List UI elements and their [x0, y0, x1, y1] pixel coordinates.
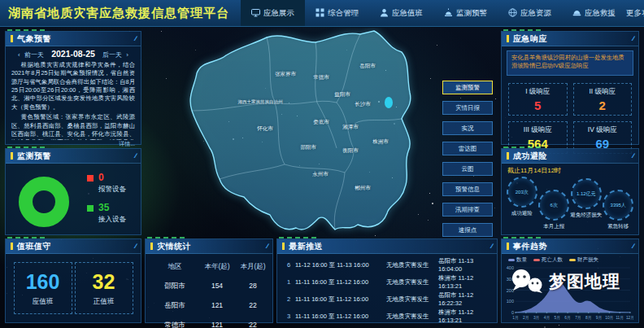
map-region-label[interactable]: 株洲市: [372, 138, 389, 146]
map-region-label[interactable]: 永州市: [312, 171, 329, 178]
accent-bar: [507, 35, 509, 42]
stats-header-cell: 地区: [152, 262, 198, 272]
map-button-预警信息[interactable]: 预警信息: [442, 182, 493, 196]
svg-text:7月: 7月: [575, 316, 581, 321]
push-time: 11-11 16:00 至 11-12 16:00: [295, 313, 386, 321]
prev-arrow-icon[interactable]: ‹: [18, 51, 20, 59]
legend-marker: [533, 259, 540, 261]
stats-row[interactable]: 邵阳市15428: [152, 277, 266, 296]
province-map[interactable]: 张家界市常德市岳阳市湘西土家族苗族自治州益阳市长沙市怀化市娄底市湘潭市株洲市邵阳…: [145, 28, 437, 241]
panel-header: 灾情统计 ∕∕: [146, 239, 272, 254]
push-row[interactable]: 211-11 16:00 至 11-12 16:00无地质灾害发生岳阳市 11-…: [282, 291, 492, 308]
avoidance-gauges: 203次成功避险6次本月上报1.12亿元避免经济损失3395人紧急转移: [502, 175, 638, 230]
star-decoration: [495, 98, 496, 99]
nav-item-应急展示[interactable]: 应急展示: [241, 0, 305, 26]
legend-item[interactable]: 数量: [508, 256, 527, 264]
push-idx: 2: [282, 295, 295, 303]
latest-push-panel: 最新推送 ∕∕ 611-12 16:00 至 11-13 16:00无地质灾害发…: [276, 238, 498, 323]
map-region-label[interactable]: 邵阳市: [300, 144, 316, 151]
panel-header: 成功避险 ∕∕: [502, 149, 638, 164]
nav-item-label: 应急展示: [263, 8, 294, 19]
svg-text:5月: 5月: [555, 316, 560, 321]
weather-paragraph: 根据地质灾害成灾规律和孕灾条件，结合2021年8月25日短期气象预报情况，省自然…: [11, 61, 135, 112]
stats-row[interactable]: 常德市12122: [152, 316, 266, 328]
legend-item[interactable]: 死亡人数: [533, 256, 563, 264]
map-region-label[interactable]: 娄底市: [313, 119, 329, 126]
expected-duty-label: 应值班: [33, 297, 54, 307]
panel-title: 成功避险: [513, 151, 547, 162]
panel-header: 监测预警 ∕∕: [6, 149, 141, 164]
svg-text:1月: 1月: [512, 316, 518, 321]
map-region-label[interactable]: 湘潭市: [342, 124, 359, 131]
svg-text:4月: 4月: [544, 316, 550, 321]
response-level-value: 5: [534, 98, 541, 112]
push-row[interactable]: 611-12 16:00 至 11-13 16:00无地质灾害发生岳阳市 11-…: [282, 256, 492, 273]
nav-item-应急救援[interactable]: 应急救援: [562, 0, 626, 26]
more-functions-menu[interactable]: 更多功能 ▼: [626, 8, 644, 19]
push-row[interactable]: 311-11 16:00 至 11-12 16:00无地质灾害发生株洲市 11-…: [282, 308, 492, 325]
nav-item-应急值班[interactable]: 应急值班: [369, 0, 433, 26]
map-button-监测预警[interactable]: 监测预警: [442, 81, 493, 94]
stats-header-cell: 本年(起): [198, 262, 237, 272]
bell-icon: [444, 8, 453, 19]
avoidance-gauge: 1.12亿元避免经济损失: [570, 178, 603, 230]
push-city: 株洲市 11-12 16:13:21: [438, 274, 492, 290]
trend-legend: 数量死亡人数财产损失: [502, 254, 638, 264]
map-button-速报点[interactable]: 速报点: [442, 223, 493, 237]
map-region-label[interactable]: 长沙市: [355, 101, 371, 108]
legend-label: 财产损失: [577, 256, 598, 264]
avoidance-gauge: 3395人紧急转移: [603, 190, 635, 230]
map-region-label[interactable]: 常德市: [313, 74, 329, 81]
header-right: 更多功能 ▼ 管理员 ▼: [626, 8, 644, 19]
user-icon: [380, 8, 389, 19]
legend-item[interactable]: 财产损失: [569, 256, 598, 264]
stats-row[interactable]: 岳阳市12122: [152, 296, 266, 316]
response-marquee[interactable]: 安化县羊角塘镇沙田村的山塘一处发生地质滑坡险情已启动IV级应急响应: [507, 50, 633, 76]
legend-alarm: 0 报警设备: [87, 172, 126, 195]
nav-item-综合管理[interactable]: 综合管理: [305, 0, 369, 26]
map-region-label[interactable]: 衡阳市: [342, 147, 359, 155]
map-button-实况[interactable]: 实况: [442, 121, 493, 135]
alarm-label: 报警设备: [98, 185, 126, 195]
map-region-label[interactable]: 湘西土家族苗族自治州: [238, 99, 283, 105]
svg-text:9月: 9月: [596, 316, 602, 321]
stats-cell: 常德市: [152, 321, 198, 328]
top-header: 湖南省地质灾害应急救援信息管理平台 应急展示综合管理应急值班监测预警应急资源应急…: [0, 0, 644, 27]
next-arrow-icon[interactable]: ›: [126, 51, 128, 59]
push-status: 无地质灾害发生: [386, 295, 438, 304]
avoidance-gauge: 6次本月上报: [538, 190, 571, 230]
push-city: 株洲市 11-12 16:13:21: [438, 308, 492, 324]
weather-warning-text: 根据地质灾害成灾规律和孕灾条件，结合2021年8月25日短期气象预报情况，省自然…: [6, 60, 141, 140]
panel-title: 灾情统计: [157, 241, 191, 252]
response-level-label: I 级响应: [525, 87, 550, 97]
map-button-汛期排查[interactable]: 汛期排查: [442, 203, 493, 216]
star-decoration: [559, 325, 559, 326]
nav-item-监测预警[interactable]: 监测预警: [433, 0, 498, 26]
map-button-灾情日报[interactable]: 灾情日报: [442, 101, 493, 115]
gauge-label: 本月上报: [538, 223, 571, 230]
panel-title: 应急响应: [513, 33, 547, 45]
corner-decoration-icon: ∕∕: [267, 243, 268, 250]
map-region-label[interactable]: 张家界市: [275, 71, 296, 78]
prev-day-button[interactable]: 前一天: [24, 51, 44, 59]
nav-item-应急资源[interactable]: 应急资源: [498, 0, 562, 26]
panel-header: 事件趋势 ∕∕: [502, 239, 638, 254]
svg-text:6月: 6月: [564, 316, 570, 321]
map-region-label[interactable]: 郴州市: [355, 185, 371, 192]
response-level-box: II 级响应2: [573, 83, 633, 116]
gauge-value: 1.12亿元: [571, 178, 602, 209]
watermark-text: 梦图地理: [549, 270, 620, 293]
monitoring-warning-panel: 监测预警 ∕∕ 0 报警设备 35 接入设备: [5, 148, 141, 235]
next-day-button[interactable]: 后一天: [102, 51, 122, 59]
response-level-label: II 级响应: [589, 87, 616, 97]
map-region-label[interactable]: 岳阳市: [359, 63, 376, 70]
push-row[interactable]: 111-11 16:00 至 11-12 16:00无地质灾害发生株洲市 11-…: [282, 273, 492, 291]
map-button-云图[interactable]: 云图: [442, 162, 493, 176]
svg-text:3月: 3月: [533, 316, 539, 321]
response-level-grid: I 级响应5II 级响应2III 级响应564IV 级响应69: [502, 80, 638, 157]
push-idx: 1: [282, 278, 295, 286]
map-button-雷达图[interactable]: 雷达图: [442, 142, 493, 155]
push-idx: 6: [282, 261, 295, 269]
map-region-label[interactable]: 益阳市: [334, 91, 350, 98]
map-region-label[interactable]: 怀化市: [257, 125, 273, 133]
